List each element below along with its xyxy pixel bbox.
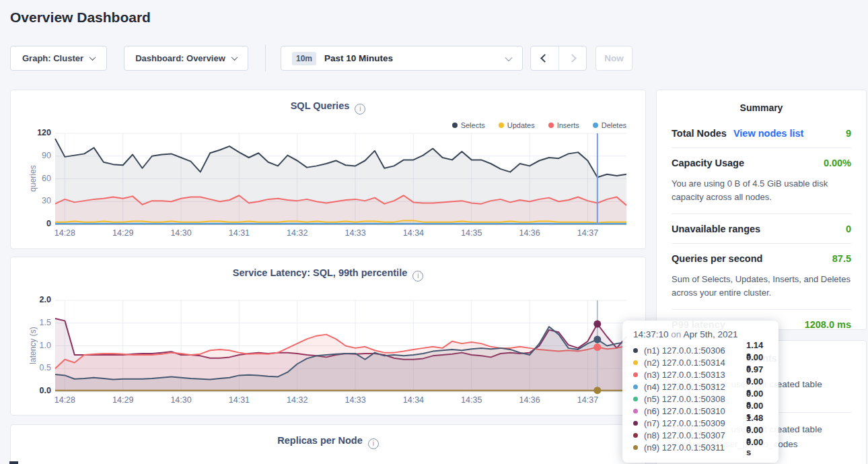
legend-label: Selects	[461, 121, 485, 129]
x-axis-ticks: 14:2814:2914:3014:3114:3214:3314:3414:35…	[11, 395, 645, 406]
time-range-dropdown[interactable]: 10m Past 10 Minutes	[281, 46, 523, 71]
view-nodes-list-link[interactable]: View nodes list	[733, 128, 804, 139]
chart-title-row: Replicas per Nodei	[11, 425, 645, 449]
node-address: (n6) 127.0.0.1:50310	[644, 406, 746, 416]
y-tick: 120	[37, 128, 51, 137]
clipped-chart-label-fragment	[9, 461, 18, 464]
y-tick: 1.0	[40, 341, 51, 350]
x-tick: 14:37	[571, 228, 604, 238]
chevron-right-icon	[568, 54, 577, 63]
dashboard-label: Dashboard: Overview	[135, 53, 225, 63]
sql-queries-chart-card: SQL Queriesi SelectsUpdatesInsertsDelete…	[10, 90, 646, 249]
tooltip-time: 14:37:10	[633, 329, 669, 339]
queries-per-second-row: Queries per second 87.5	[672, 244, 851, 273]
node-address: (n4) 127.0.0.1:50312	[644, 382, 746, 392]
sql-queries-chart-title: SQL Queries	[291, 100, 350, 111]
capacity-usage-value: 0.00%	[824, 158, 851, 168]
time-next-button[interactable]	[559, 46, 587, 70]
x-tick: 14:31	[223, 395, 255, 405]
graph-scope-label: Graph: Cluster	[22, 53, 83, 63]
legend-dot	[499, 123, 504, 128]
node-color-dot	[633, 433, 638, 438]
node-color-dot	[633, 348, 638, 353]
info-icon[interactable]: i	[355, 104, 365, 114]
chart-title-row: SQL Queriesi	[11, 90, 645, 114]
unavailable-ranges-row: Unavailable ranges 0	[672, 214, 851, 243]
y-tick: 30	[42, 196, 51, 205]
unavailable-ranges-label: Unavailable ranges	[672, 224, 760, 234]
sql-queries-legend: SelectsUpdatesInsertsDeletes	[452, 121, 626, 129]
legend-label: Updates	[507, 121, 535, 129]
node-color-dot	[633, 372, 638, 377]
queries-per-second-subtext: Sum of Selects, Updates, Inserts, and De…	[672, 273, 851, 309]
legend-dot	[593, 123, 598, 128]
legend-item-deletes[interactable]: Deletes	[593, 121, 626, 129]
legend-item-selects[interactable]: Selects	[452, 121, 485, 129]
legend-dot	[452, 123, 458, 128]
time-range-label: Past 10 Minutes	[324, 53, 393, 63]
time-range-badge: 10m	[292, 52, 316, 65]
tooltip-date: Apr 5th, 2021	[683, 329, 737, 339]
legend-label: Inserts	[557, 121, 579, 129]
x-tick: 14:29	[107, 395, 139, 405]
summary-panel-title: Summary	[672, 90, 851, 119]
total-nodes-value: 9	[846, 128, 851, 139]
service-latency-chart-title: Service Latency: SQL, 99th percentile	[233, 267, 408, 278]
tooltip-rows: (n1) 127.0.0.1:503061.14 s(n2) 127.0.0.1…	[633, 344, 768, 453]
service-latency-chart-card: Service Latency: SQL, 99th percentilei l…	[10, 257, 646, 416]
x-tick: 14:33	[339, 228, 371, 238]
x-tick: 14:34	[397, 395, 429, 405]
x-tick: 14:35	[456, 228, 488, 238]
summary-panel: Summary Total Nodes View nodes list 9 Ca…	[656, 90, 867, 330]
y-tick: 60	[42, 174, 51, 183]
x-tick: 14:36	[513, 395, 546, 405]
sql-queries-chart: queries 0306090120 14:2814:2914:3014:311…	[11, 133, 645, 241]
sql-queries-chart-canvas[interactable]	[55, 133, 626, 224]
x-tick: 14:28	[48, 228, 81, 238]
chart-title-row: Service Latency: SQL, 99th percentilei	[11, 257, 645, 281]
x-tick: 14:35	[456, 395, 488, 405]
y-tick: 0	[46, 219, 51, 228]
now-button[interactable]: Now	[595, 46, 632, 71]
y-tick: 1.5	[40, 318, 51, 327]
tooltip-preposition: on	[671, 329, 681, 339]
x-tick: 14:33	[339, 395, 371, 405]
legend-item-inserts[interactable]: Inserts	[548, 121, 579, 129]
node-color-dot	[633, 397, 638, 401]
graph-scope-dropdown[interactable]: Graph: Cluster	[10, 46, 107, 71]
node-address: (n9) 127.0.0.1:50311	[644, 442, 746, 453]
y-axis-ticks: 0306090120	[11, 133, 51, 224]
chevron-down-icon	[231, 54, 238, 61]
node-address: (n7) 127.0.0.1:50309	[644, 418, 746, 428]
legend-item-updates[interactable]: Updates	[499, 121, 535, 129]
info-icon[interactable]: i	[368, 438, 379, 449]
y-tick: 0.5	[40, 363, 51, 372]
y-axis-ticks: 0.00.51.01.52.0	[11, 300, 51, 391]
total-nodes-row: Total Nodes View nodes list 9	[672, 119, 851, 147]
node-address: (n1) 127.0.0.1:50306	[644, 345, 746, 356]
replicas-per-node-chart-card: Replicas per Nodei	[10, 424, 646, 464]
dashboard-dropdown[interactable]: Dashboard: Overview	[124, 46, 248, 71]
x-tick: 14:28	[48, 395, 81, 405]
capacity-usage-subtext: You are using 0 B of 4.5 GiB usable disk…	[672, 177, 851, 213]
x-tick: 14:36	[513, 228, 546, 238]
x-tick: 14:34	[397, 228, 429, 238]
x-tick: 14:32	[281, 228, 314, 238]
chevron-down-icon	[505, 53, 512, 61]
p99-latency-value: 1208.0 ms	[805, 319, 851, 330]
node-color-dot	[633, 421, 638, 426]
unavailable-ranges-value: 0	[846, 224, 851, 234]
chart-hover-tooltip: 14:37:10 on Apr 5th, 2021 (n1) 127.0.0.1…	[622, 321, 779, 463]
node-address: (n2) 127.0.0.1:50314	[644, 358, 746, 368]
node-address: (n5) 127.0.0.1:50308	[644, 394, 746, 404]
time-prev-button[interactable]	[531, 46, 559, 70]
info-icon[interactable]: i	[412, 271, 423, 281]
toolbar-divider	[265, 44, 266, 71]
x-tick: 14:37	[571, 395, 604, 405]
tooltip-row: (n9) 127.0.0.1:503110.00 s	[633, 441, 768, 453]
node-color-dot	[633, 385, 638, 389]
capacity-usage-label: Capacity Usage	[672, 158, 744, 168]
node-address: (n3) 127.0.0.1:50313	[644, 370, 746, 380]
service-latency-chart-canvas[interactable]	[55, 300, 626, 391]
x-tick: 14:29	[107, 228, 139, 238]
